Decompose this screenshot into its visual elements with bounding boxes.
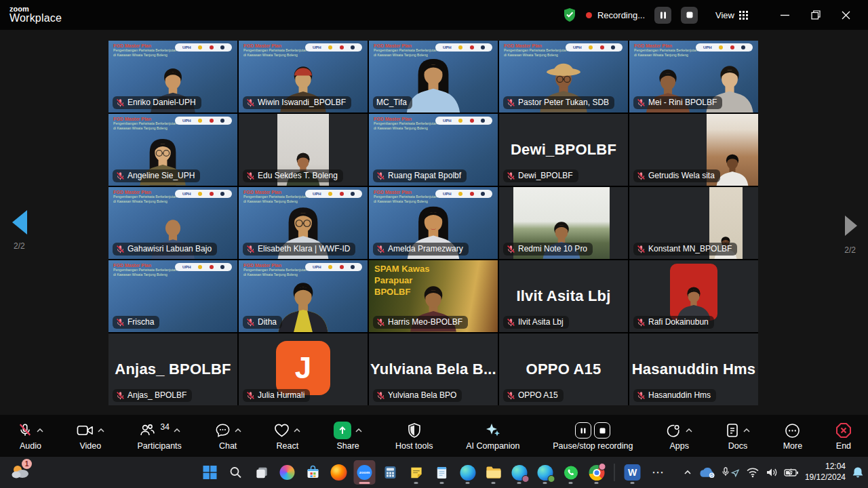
end-call-icon	[835, 422, 852, 439]
chevron-up-icon[interactable]	[686, 428, 692, 432]
chevron-up-icon[interactable]	[174, 428, 180, 432]
mic-location-icon[interactable]	[722, 467, 740, 478]
apps-button[interactable]: Apps	[666, 421, 692, 451]
react-button[interactable]: React	[274, 421, 300, 451]
taskbar-app-sticky-notes[interactable]	[406, 460, 427, 485]
taskbar-app-copilot[interactable]	[277, 460, 298, 485]
chevron-up-icon[interactable]	[235, 428, 241, 432]
page-indicator-left: 2/2	[14, 241, 25, 251]
logo-dot	[210, 192, 214, 196]
taskbar-app-firefox[interactable]	[328, 460, 350, 485]
view-button[interactable]: View	[715, 10, 748, 20]
volume-icon[interactable]	[766, 467, 778, 478]
video-tile[interactable]: FGD Master PlanPengembangan Pariwisata B…	[239, 260, 368, 332]
taskbar-app-file-explorer[interactable]	[483, 460, 505, 485]
video-tile[interactable]: Konstant MN_BPOLBF	[629, 187, 758, 259]
taskbar-clock[interactable]: 12:04 19/12/2024	[805, 462, 846, 483]
video-tile[interactable]: Anjas_ BPOLBFAnjas_ BPOLBF	[108, 333, 237, 405]
video-button[interactable]: Video	[77, 421, 104, 451]
video-tile[interactable]: OPPO A15OPPO A15	[499, 333, 628, 405]
logo-dot	[351, 45, 355, 49]
chevron-up-icon[interactable]	[37, 428, 43, 432]
wifi-icon[interactable]	[746, 467, 760, 478]
taskbar-app-notepad[interactable]	[431, 460, 453, 485]
video-tile[interactable]: Edu Sekdes T. Boleng	[239, 114, 368, 186]
next-page-arrow[interactable]	[844, 214, 859, 239]
video-tile[interactable]: Yulviana Bela B...Yulviana Bela BPO	[369, 333, 498, 405]
video-tile[interactable]: Getrudis Wela sita	[629, 114, 758, 186]
uph-logo: UPH	[573, 45, 582, 49]
uph-logo: UPH	[443, 45, 452, 49]
taskbar-app-chrome[interactable]	[586, 460, 608, 485]
taskbar-app-store[interactable]	[302, 460, 324, 485]
chat-label: Chat	[219, 441, 237, 451]
video-tile[interactable]: FGD Master PlanPengembangan Pariwisata B…	[369, 187, 498, 259]
taskbar-app-whatsapp[interactable]	[560, 460, 582, 485]
logo-dot	[328, 192, 332, 196]
taskbar-app-start[interactable]	[199, 460, 221, 485]
video-tile[interactable]: FGD Master PlanPengembangan Pariwisata B…	[239, 187, 368, 259]
share-button[interactable]: Share	[334, 421, 362, 451]
taskbar-app-calculator[interactable]	[380, 460, 401, 485]
chevron-up-icon[interactable]	[743, 428, 750, 432]
video-tile[interactable]: FGD Master PlanPengembangan Pariwisata B…	[108, 187, 237, 259]
taskbar-app-search[interactable]	[225, 460, 247, 485]
minimize-button[interactable]	[770, 0, 800, 30]
video-tile[interactable]: Ilvit Asita LbjIlvit Asita Lbj	[499, 260, 628, 332]
taskbar-app-edge[interactable]	[457, 460, 479, 485]
video-tile[interactable]: FGD Master PlanPengembangan Pariwisata B…	[108, 41, 237, 113]
restore-button[interactable]	[800, 0, 831, 30]
weather-widget[interactable]: 1	[5, 461, 35, 484]
pause-stop-recording-button[interactable]: Pause/stop recording	[553, 421, 633, 451]
muted-mic-icon	[637, 245, 646, 253]
tray-chevron-icon[interactable]	[683, 468, 692, 477]
previous-page-arrow[interactable]	[11, 209, 28, 238]
taskbar-app-overflow[interactable]: ⋯	[648, 460, 669, 485]
security-shield-icon[interactable]	[563, 7, 576, 22]
host-tools-button[interactable]: Host tools	[395, 421, 433, 451]
video-tile[interactable]: Dewi_BPOLBFDewi_BPOLBF	[499, 114, 628, 186]
video-tile[interactable]: JJulia Hurmali	[239, 333, 368, 405]
virtual-bg-subtitle: Pengembangan Pariwisata Berkelanjutan	[113, 268, 177, 272]
video-tile[interactable]: Hasanuddin HmsHasanuddin Hms	[629, 333, 758, 405]
taskbar-app-zoom-app[interactable]: zoom	[354, 460, 376, 485]
docs-button[interactable]: Docs	[726, 421, 750, 451]
battery-icon[interactable]	[784, 468, 799, 477]
virtual-bg-logos: UPH	[305, 43, 362, 52]
chevron-up-icon[interactable]	[294, 428, 300, 432]
chat-button[interactable]: Chat	[215, 421, 241, 451]
chevron-up-icon[interactable]	[98, 428, 104, 432]
chevron-up-icon[interactable]	[355, 428, 362, 432]
video-tile[interactable]: FGD Master PlanPengembangan Pariwisata B…	[108, 114, 237, 186]
taskbar-app-word[interactable]: W	[622, 460, 644, 485]
stop-recording-icon[interactable]	[594, 422, 610, 439]
muted-mic-icon	[116, 245, 125, 253]
notification-badge: 1	[22, 459, 32, 469]
pause-recording-button[interactable]	[654, 7, 671, 24]
arrow-left-icon	[11, 209, 28, 236]
taskbar-app-task-view[interactable]	[251, 460, 273, 485]
video-tile[interactable]: FGD Master PlanPengembangan Pariwisata B…	[369, 41, 498, 113]
close-button[interactable]	[831, 0, 861, 30]
pause-recording-icon[interactable]	[575, 422, 591, 439]
video-tile[interactable]: FGD Master PlanPengembangan Pariwisata B…	[499, 41, 628, 113]
video-tile[interactable]: FGD Master PlanPengembangan Pariwisata B…	[239, 41, 368, 113]
participants-button[interactable]: 34 Participants	[138, 421, 182, 451]
stop-recording-button[interactable]	[681, 7, 698, 24]
onedrive-icon[interactable]	[698, 467, 715, 478]
end-meeting-button[interactable]: End	[835, 421, 852, 451]
notification-bell-icon[interactable]	[852, 466, 864, 479]
ai-companion-button[interactable]: AI Companion	[466, 421, 519, 451]
more-button[interactable]: More	[783, 421, 802, 451]
video-tile[interactable]: SPAM KawasParapuarBPOLBFHarris Meo-BPOLB…	[369, 260, 498, 332]
virtual-bg-subtitle: Pengembangan Pariwisata Berkelanjutan	[634, 49, 698, 53]
video-tile[interactable]: FGD Master PlanPengembangan Pariwisata B…	[629, 41, 758, 113]
taskbar-app-edge-3[interactable]	[534, 460, 556, 485]
participant-name-label: Rafi Dokainubun	[633, 316, 714, 329]
video-tile[interactable]: Redmi Note 10 Pro	[499, 187, 628, 259]
taskbar-app-edge-2[interactable]	[509, 460, 530, 485]
video-tile[interactable]: Rafi Dokainubun	[629, 260, 758, 332]
audio-button[interactable]: Audio	[18, 421, 43, 451]
video-tile[interactable]: FGD Master PlanPengembangan Pariwisata B…	[108, 260, 237, 332]
video-tile[interactable]: FGD Master PlanPengembangan Pariwisata B…	[369, 114, 498, 186]
